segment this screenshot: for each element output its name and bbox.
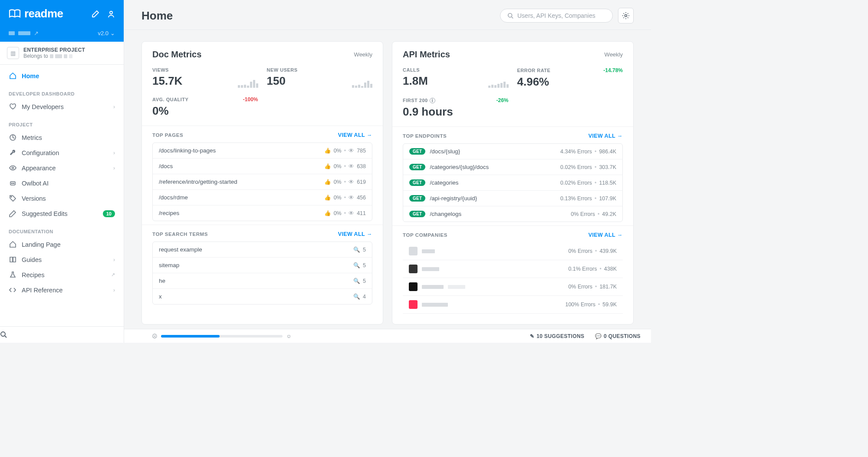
metric-label: VIEWS [152,67,169,73]
page-row[interactable]: /recipes 👍0%•👁411 [153,205,372,221]
home-icon [9,72,16,79]
top-search-list: request example 🔍5 sitemap 🔍5 he 🔍5 x 🔍4 [152,242,372,305]
page-row[interactable]: /docs/linking-to-pages 👍0%•👁785 [153,143,372,159]
robot-icon [9,179,16,187]
nav-versions[interactable]: Versions [0,191,124,206]
company-row[interactable]: 0.1% Errors•438K [403,260,623,278]
method-badge: GET [409,211,425,217]
main: Home Users, API Keys, Companies Doc Metr… [124,0,651,343]
metric-calls: CALLS 1.8M [403,67,509,89]
nav-my-developers[interactable]: My Developers › [0,99,124,114]
company-row[interactable]: 0% Errors•439.9K [403,242,623,260]
search-row[interactable]: he 🔍5 [153,273,372,289]
metric-value: 4.96% [517,75,623,89]
view-all-endpoints[interactable]: VIEW ALL→ [589,133,623,139]
company-icon [409,265,418,273]
nav-configuration[interactable]: Configuration › [0,145,124,160]
thumbs-up-icon: 👍 [324,147,331,154]
metric-value: 15.7K [152,74,182,88]
nav-owlbot[interactable]: Owlbot AI [0,176,124,191]
svg-point-3 [12,167,13,169]
endpoint-row[interactable]: GET/changelogs 0% Errors•49.2K [403,206,622,222]
search-row[interactable]: x 🔍4 [153,289,372,304]
nav-section-project: PROJECT [0,114,124,130]
project-title: ENTERPRISE PROJECT [23,47,85,53]
eye-icon: 👁 [349,195,354,201]
search-row[interactable]: request example 🔍5 [153,242,372,258]
nav-metrics[interactable]: Metrics [0,130,124,145]
settings-button[interactable] [618,8,634,23]
view-all-search[interactable]: VIEW ALL→ [338,231,372,237]
header: Home Users, API Keys, Companies [124,0,651,30]
nav-landing[interactable]: Landing Page [0,237,124,252]
thumbs-up-icon: 👍 [324,210,331,216]
version-selector[interactable]: v2.0 ⌄ [98,30,115,36]
project-subtitle: Belongs to [23,53,85,59]
nav-appearance[interactable]: Appearance › [0,160,124,176]
top-pages-list: /docs/linking-to-pages 👍0%•👁785 /docs 👍0… [152,142,372,221]
metric-first-200: FIRST 200 i-26% 0.9 hours [403,97,509,119]
search-row[interactable]: sitemap 🔍5 [153,258,372,273]
svg-rect-4 [10,182,15,185]
sidebar-search-button[interactable] [0,326,124,343]
company-row[interactable]: 0% Errors•181.7K [403,278,623,296]
card-title: API Metrics [403,50,450,60]
arrow-right-icon: → [617,133,623,139]
nav-label: Guides [22,256,42,263]
search-input[interactable]: Users, API Keys, Companies [500,9,613,23]
chevron-right-icon: › [113,104,115,110]
eye-icon: 👁 [349,179,354,185]
project-box[interactable]: ▥ ENTERPRISE PROJECT Belongs to [0,42,124,65]
nav-label: Appearance [22,165,56,172]
arrow-right-icon: → [367,231,372,237]
nav-guides[interactable]: Guides › [0,252,124,267]
svg-point-6 [13,183,14,184]
version-label: v2.0 [98,30,108,36]
questions-button[interactable]: 💬0 QUESTIONS [595,333,641,339]
search-icon: 🔍 [353,278,360,284]
section-title: TOP ENDPOINTS [403,133,447,139]
svg-point-7 [11,196,12,197]
nav-label: API Reference [22,287,62,294]
info-icon[interactable]: i [430,98,435,103]
endpoint-row[interactable]: GET/api-registry/{uuid} 0.13% Errors•107… [403,191,622,206]
search-icon [507,13,514,19]
endpoint-row[interactable]: GET/categories 0.02% Errors•118.5K [403,175,622,191]
suggestions-button[interactable]: ✎10 SUGGESTIONS [530,333,585,339]
view-all-pages[interactable]: VIEW ALL→ [338,132,372,138]
satisfaction-slider[interactable] [161,335,283,338]
nav-suggested-edits[interactable]: Suggested Edits 10 [0,206,124,221]
code-icon [9,286,16,294]
page-row[interactable]: /docs/rdme 👍0%•👁456 [153,190,372,205]
section-title: TOP PAGES [152,132,183,138]
nav-label: Owlbot AI [22,180,49,187]
external-link-icon: ↗ [34,30,39,36]
book-icon [9,9,21,19]
svg-point-10 [625,15,627,17]
endpoint-row[interactable]: GET/categories/{slug}/docs 0.02% Errors•… [403,159,622,175]
view-all-companies[interactable]: VIEW ALL→ [589,232,623,238]
page-row[interactable]: /reference/intro/getting-started 👍0%•👁61… [153,174,372,190]
project-selector[interactable]: ↗ [9,30,39,36]
chevron-right-icon: › [113,257,115,263]
nav-home[interactable]: Home [0,68,124,83]
svg-point-9 [508,13,512,17]
eye-icon: 👁 [349,210,354,216]
brand[interactable]: readme [9,7,63,20]
metric-error-rate: ERROR RATE-14.78% 4.96% [517,67,623,89]
sidebar: readme ↗ v2.0 ⌄ ▥ [0,0,124,343]
nav-recipes[interactable]: Recipes ↗ [0,267,124,282]
page-row[interactable]: /docs 👍0%•👁638 [153,159,372,174]
smile-icon: ☺ [286,333,292,339]
endpoint-row[interactable]: GET/docs/{slug} 4.34% Errors•986.4K [403,144,622,159]
user-icon[interactable] [107,10,115,18]
top-endpoints-list: GET/docs/{slug} 4.34% Errors•986.4K GET/… [403,143,623,222]
company-row[interactable]: 100% Errors•59.9K [403,296,623,314]
external-link-icon: ↗ [111,272,115,278]
nav-label: Suggested Edits [22,210,68,217]
metric-label: AVG. QUALITY [152,97,188,102]
brand-text: readme [24,7,63,20]
nav-api-reference[interactable]: API Reference › [0,282,124,298]
edit-icon[interactable] [92,10,99,18]
footer-label: 0 QUESTIONS [604,333,641,339]
